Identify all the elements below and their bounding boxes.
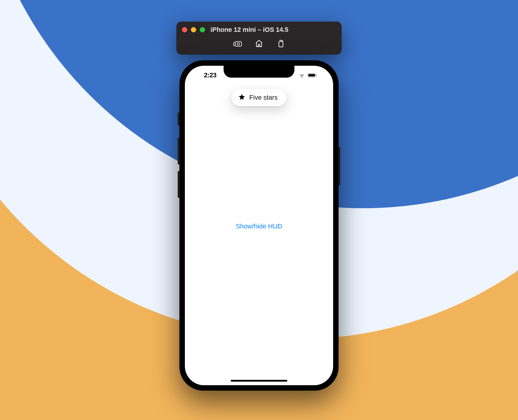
hud-label: Five stars <box>249 94 277 101</box>
mute-switch[interactable] <box>178 112 180 126</box>
side-button[interactable] <box>338 147 340 185</box>
svg-point-1 <box>237 43 240 45</box>
screenshot-button[interactable] <box>232 39 243 49</box>
rotate-icon <box>276 39 285 49</box>
star-icon <box>238 93 246 102</box>
home-button[interactable] <box>254 39 264 49</box>
device-screen: 2:23 <box>185 66 333 385</box>
window-zoom-button[interactable] <box>200 27 205 32</box>
svg-rect-4 <box>308 74 315 76</box>
wifi-icon <box>299 73 305 78</box>
camera-icon <box>233 39 242 49</box>
simulator-window-titlebar: iPhone 12 mini – iOS 14.5 <box>177 22 341 54</box>
status-time: 2:23 <box>191 71 230 79</box>
window-traffic-lights <box>182 27 205 32</box>
simulator-toolbar <box>182 34 336 52</box>
volume-down-button[interactable] <box>178 171 180 198</box>
volume-up-button[interactable] <box>178 138 180 164</box>
home-icon <box>255 39 263 49</box>
svg-rect-0 <box>235 41 242 46</box>
toggle-hud-button[interactable]: Show/hide HUD <box>185 222 333 230</box>
hud-pill: Five stars <box>231 89 286 106</box>
window-title: iPhone 12 mini – iOS 14.5 <box>209 26 336 34</box>
status-bar: 2:23 <box>185 66 333 82</box>
home-indicator[interactable] <box>231 380 287 382</box>
svg-rect-2 <box>279 42 283 47</box>
window-minimize-button[interactable] <box>191 27 196 32</box>
battery-icon <box>308 73 317 78</box>
window-close-button[interactable] <box>182 27 187 32</box>
svg-rect-5 <box>316 75 317 76</box>
rotate-button[interactable] <box>275 39 286 49</box>
device-frame: 2:23 <box>180 60 338 391</box>
